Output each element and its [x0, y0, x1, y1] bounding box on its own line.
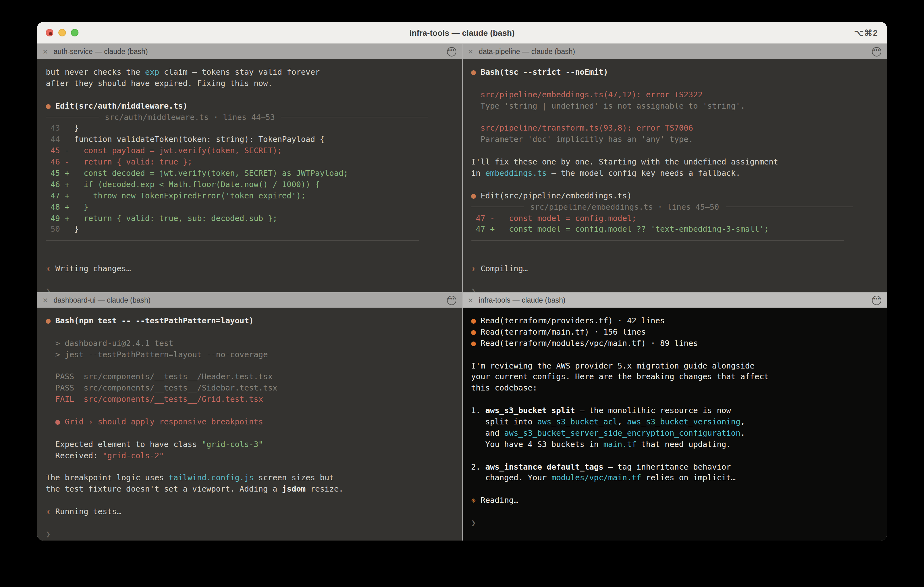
terminal-line — [46, 326, 455, 338]
terminal-line: ● Bash(npm test -- --testPathPattern=lay… — [46, 315, 455, 326]
terminal-line: ✳ Reading… — [471, 495, 881, 506]
terminal-line: 49 + return { valid: true, sub: decoded.… — [46, 213, 455, 224]
terminal-line: and aws_s3_bucket_server_side_encryption… — [471, 427, 881, 439]
terminal-line — [471, 179, 881, 190]
close-window-button[interactable] — [46, 29, 53, 36]
pane-tabbar: × infra-tools — claude (bash) ••• — [462, 293, 887, 308]
pane-grid: × auth-service — claude (bash) ••• but n… — [37, 44, 887, 541]
terminal-line: in embeddings.ts — the model config key … — [471, 168, 881, 179]
terminal-line — [471, 252, 881, 263]
close-pane-icon[interactable]: × — [468, 47, 473, 56]
terminal-line: changed. Your modules/vpc/main.tf relies… — [471, 472, 881, 484]
terminal-line: ✳ Running tests… — [46, 506, 455, 517]
horizontal-rule — [46, 241, 419, 241]
terminal-line — [46, 252, 455, 263]
terminal-line: ● Grid › should apply responsive breakpo… — [46, 416, 455, 427]
terminal-line: ❯ — [471, 517, 881, 529]
pane-menu-icon[interactable]: ••• — [447, 47, 456, 56]
terminal-line — [471, 78, 881, 89]
minimize-window-button[interactable] — [58, 29, 66, 36]
window-titlebar: infra-tools — claude (bash) ⌥⌘2 — [37, 22, 887, 44]
terminal-line: PASS src/components/__tests__/Header.tes… — [46, 371, 455, 383]
terminal-line: ● Edit(src/pipeline/embeddings.ts) — [471, 190, 881, 201]
pane-tabbar: × auth-service — claude (bash) ••• — [37, 44, 462, 59]
terminal-line: ✳ Compiling… — [471, 263, 881, 274]
terminal-line: src/pipeline/embeddings.ts · lines 45–50 — [471, 201, 881, 213]
terminal-line: the test fixture doesn't set a viewport.… — [46, 484, 455, 495]
close-pane-icon[interactable]: × — [43, 296, 48, 305]
close-pane-icon[interactable]: × — [468, 296, 473, 305]
terminal-line: 48 + } — [46, 201, 455, 213]
pane-infra-tools: × infra-tools — claude (bash) ••• ● Read… — [462, 293, 887, 541]
pane-tabbar: × dashboard-ui — claude (bash) ••• — [37, 293, 462, 308]
terminal-line: > jest --testPathPattern=layout --no-cov… — [46, 349, 455, 360]
pane-tabbar: × data-pipeline — claude (bash) ••• — [462, 44, 887, 59]
terminal-line: > dashboard-ui@2.4.1 test — [46, 338, 455, 349]
terminal-content[interactable]: ● Read(terraform/providers.tf) · 42 line… — [462, 308, 887, 541]
terminal-content[interactable]: ● Bash(tsc --strict --noEmit) src/pipeli… — [462, 59, 887, 292]
terminal-line — [471, 274, 881, 286]
zoom-window-button[interactable] — [71, 29, 78, 36]
diff-header-label: src/pipeline/embeddings.ts · lines 45–50 — [530, 201, 719, 213]
terminal-line: src/pipeline/embeddings.ts(47,12): error… — [471, 89, 881, 101]
terminal-line: ❯ — [46, 529, 455, 540]
close-pane-icon[interactable]: × — [43, 47, 48, 56]
terminal-line: 47 + const model = config.model ?? 'text… — [471, 224, 881, 235]
terminal-line — [471, 484, 881, 495]
terminal-line: ● Read(terraform/modules/vpc/main.tf) · … — [471, 338, 881, 349]
terminal-line: 44 function validateToken(token: string)… — [46, 134, 455, 145]
terminal-line: 43 } — [46, 123, 455, 134]
terminal-line: ● Read(terraform/providers.tf) · 42 line… — [471, 315, 881, 326]
pane-menu-icon[interactable]: ••• — [872, 47, 881, 56]
diff-header-label: src/auth/middleware.ts · lines 44–53 — [105, 111, 275, 123]
terminal-line — [46, 89, 455, 101]
traffic-lights — [46, 29, 78, 36]
terminal-line: src/pipeline/transform.ts(93,8): error T… — [471, 123, 881, 134]
terminal-window: infra-tools — claude (bash) ⌥⌘2 × auth-s… — [37, 22, 887, 541]
terminal-line — [46, 274, 455, 286]
terminal-line: The breakpoint logic uses tailwind.confi… — [46, 472, 455, 484]
terminal-line: this codebase: — [471, 383, 881, 394]
terminal-line — [471, 506, 881, 517]
pane-dashboard-ui: × dashboard-ui — claude (bash) ••• ● Bas… — [37, 293, 462, 541]
terminal-line — [471, 145, 881, 156]
terminal-line: Expected element to have class "grid-col… — [46, 439, 455, 450]
terminal-line: 1. aws_s3_bucket split — the monolithic … — [471, 405, 881, 416]
terminal-line: ❯ — [471, 286, 881, 292]
pane-data-pipeline: × data-pipeline — claude (bash) ••• ● Ba… — [462, 44, 887, 292]
terminal-line: ● Bash(tsc --strict --noEmit) — [471, 66, 881, 78]
terminal-line: ● Edit(src/auth/middleware.ts) — [46, 100, 455, 111]
terminal-line — [471, 111, 881, 123]
horizontal-rule — [471, 241, 844, 241]
terminal-content[interactable]: but never checks the exp claim — tokens … — [37, 59, 462, 292]
terminal-line: ● Read(terraform/main.tf) · 156 lines — [471, 326, 881, 338]
terminal-line: 50 } — [46, 224, 455, 235]
terminal-line — [471, 394, 881, 405]
terminal-line: You have 4 S3 buckets in main.tf that ne… — [471, 439, 881, 450]
pane-tab-title: auth-service — claude (bash) — [53, 48, 147, 55]
terminal-line: FAIL src/components/__tests__/Grid.test.… — [46, 394, 455, 405]
pane-auth-service: × auth-service — claude (bash) ••• but n… — [37, 44, 462, 292]
terminal-line: 46 + if (decoded.exp < Math.floor(Date.n… — [46, 179, 455, 190]
terminal-line: I'll fix these one by one. Starting with… — [471, 156, 881, 168]
terminal-line: Received: "grid-cols-2" — [46, 450, 455, 461]
window-title: infra-tools — claude (bash) — [37, 28, 887, 37]
terminal-line — [471, 349, 881, 360]
pane-menu-icon[interactable]: ••• — [872, 295, 881, 305]
terminal-line: Parameter 'doc' implicitly has an 'any' … — [471, 134, 881, 145]
pane-tab-title: dashboard-ui — claude (bash) — [53, 296, 150, 304]
terminal-line: 45 + const decoded = jwt.verify(token, S… — [46, 168, 455, 179]
terminal-line: ❯ — [46, 286, 455, 292]
terminal-content[interactable]: ● Bash(npm test -- --testPathPattern=lay… — [37, 308, 462, 541]
terminal-line: src/auth/middleware.ts · lines 44–53 — [46, 111, 455, 123]
terminal-line — [46, 405, 455, 416]
terminal-line: split into aws_s3_bucket_acl, aws_s3_buc… — [471, 416, 881, 427]
terminal-line — [46, 495, 455, 506]
terminal-line — [46, 427, 455, 439]
window-shortcut-hint: ⌥⌘2 — [854, 28, 878, 37]
terminal-line — [46, 360, 455, 371]
pane-tab-title: infra-tools — claude (bash) — [478, 296, 565, 304]
terminal-line — [471, 450, 881, 461]
pane-menu-icon[interactable]: ••• — [447, 295, 456, 305]
terminal-line — [46, 461, 455, 472]
